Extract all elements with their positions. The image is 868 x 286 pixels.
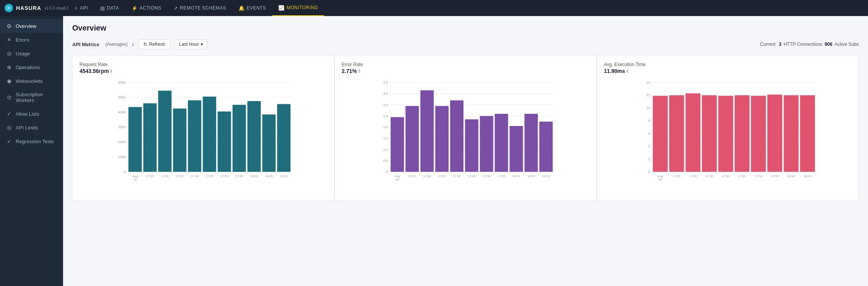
chart-info-icon-exec-time[interactable]: ℹ <box>626 69 628 74</box>
topnav-item-monitoring[interactable]: 📈 MONITORING <box>272 0 324 16</box>
svg-text:18:10: 18:10 <box>542 175 550 178</box>
svg-text:17:25: 17:25 <box>408 175 416 178</box>
svg-text:17:50: 17:50 <box>754 175 763 178</box>
sidebar-item-websockets[interactable]: ◉ Websockets <box>0 74 63 88</box>
sidebar-item-errors[interactable]: ✕ Errors <box>0 33 63 47</box>
sidebar-item-operations[interactable]: ⊕ Operations <box>0 60 63 74</box>
svg-text:17:30: 17:30 <box>689 175 697 178</box>
chevron-down-icon: ▾ <box>201 42 203 47</box>
app-version: v2.0.7-cloud.2 <box>44 6 68 10</box>
svg-text:18:10: 18:10 <box>280 175 288 178</box>
sidebar-item-subscription-workers[interactable]: ⊙ Subscription Workers <box>0 88 63 107</box>
time-range-dropdown[interactable]: Last Hour ▾ <box>175 39 207 49</box>
svg-rect-101 <box>800 95 815 172</box>
svg-rect-92 <box>653 96 668 172</box>
remote-schemas-icon: ↗ <box>174 5 178 11</box>
svg-rect-95 <box>702 95 717 172</box>
sidebar-item-allow-lists[interactable]: ✓ Allow Lists <box>0 107 63 121</box>
svg-rect-93 <box>669 95 684 172</box>
svg-text:18:00: 18:00 <box>787 175 795 178</box>
svg-text:18:00: 18:00 <box>513 175 521 178</box>
svg-text:2.5: 2.5 <box>383 114 388 118</box>
svg-text:0.5: 0.5 <box>383 159 388 163</box>
topnav-item-data[interactable]: ▤ DATA <box>94 0 125 16</box>
events-icon: 🔔 <box>238 5 245 11</box>
svg-text:0: 0 <box>386 170 388 174</box>
svg-text:18:00: 18:00 <box>250 175 258 178</box>
svg-text:Aug25: Aug25 <box>657 175 663 181</box>
svg-text:3.0: 3.0 <box>383 103 388 107</box>
svg-rect-99 <box>767 95 782 172</box>
svg-text:0: 0 <box>648 170 650 174</box>
refresh-button[interactable]: ↻ Refresh <box>138 39 170 49</box>
svg-text:Aug25: Aug25 <box>132 175 138 181</box>
metrics-label: API Metrics <box>72 42 99 47</box>
active-subs-count: 906 <box>825 42 832 47</box>
svg-rect-56 <box>420 90 434 172</box>
errors-icon: ✕ <box>6 37 12 43</box>
topnav-item-events[interactable]: 🔔 EVENTS <box>232 0 273 16</box>
sidebar-item-usage[interactable]: ◎ Usage <box>0 47 63 60</box>
chart-info-icon-error-rate[interactable]: ℹ <box>359 69 360 74</box>
svg-text:0: 0 <box>124 170 126 174</box>
chart-panel-error-rate: Error Rate2.71% ℹ4.03.53.02.52.01.51.00.… <box>334 55 597 200</box>
svg-rect-23 <box>262 115 276 172</box>
current-label: Current: <box>760 42 776 47</box>
regression-tests-icon: ✓ <box>6 138 12 144</box>
svg-text:2000: 2000 <box>118 140 126 144</box>
topnav-item-actions[interactable]: ⚡ ACTIONS <box>125 0 167 16</box>
chart-value-request-rate: 4543.56rpm ℹ <box>79 68 327 74</box>
svg-text:14: 14 <box>646 81 650 84</box>
topnav-item-api[interactable]: ⟡ API <box>68 0 94 16</box>
sidebar-item-regression-tests[interactable]: ✓ Regression Tests <box>0 134 63 148</box>
page-title: Overview <box>72 24 859 32</box>
svg-text:17:35: 17:35 <box>176 175 184 178</box>
chart-value-error-rate: 2.71% ℹ <box>342 68 589 74</box>
svg-rect-17 <box>173 108 187 172</box>
svg-rect-94 <box>686 93 701 172</box>
http-label: HTTP Connections <box>784 42 822 47</box>
svg-text:4: 4 <box>648 144 650 148</box>
svg-text:18:05: 18:05 <box>804 175 812 178</box>
svg-rect-22 <box>247 101 261 172</box>
svg-text:17:40: 17:40 <box>722 175 730 178</box>
refresh-icon: ↻ <box>143 42 147 47</box>
svg-text:17:50: 17:50 <box>221 175 229 178</box>
svg-rect-15 <box>143 103 157 172</box>
svg-text:4.0: 4.0 <box>383 81 388 84</box>
svg-rect-55 <box>406 106 419 172</box>
svg-rect-63 <box>524 114 538 172</box>
svg-text:17:55: 17:55 <box>235 175 243 178</box>
sidebar-item-overview[interactable]: ⊙ Overview <box>0 19 63 33</box>
topnav-item-remote-schemas[interactable]: ↗ REMOTE SCHEMAS <box>167 0 232 16</box>
http-connections-count: 3 <box>779 42 782 47</box>
svg-text:1000: 1000 <box>118 155 126 159</box>
svg-text:8: 8 <box>648 119 650 123</box>
svg-rect-60 <box>480 116 493 172</box>
chart-svg-error-rate: 4.03.53.02.52.01.51.00.50Aug2517:2517:30… <box>342 79 589 186</box>
sidebar-item-api-limits[interactable]: ◎ API Limits <box>0 121 63 134</box>
topnav-items: ⟡ API ▤ DATA ⚡ ACTIONS ↗ REMOTE SCHEMAS … <box>68 0 868 16</box>
chart-info-icon-request-rate[interactable]: ℹ <box>110 69 112 74</box>
svg-rect-54 <box>391 117 404 172</box>
svg-rect-98 <box>751 96 766 172</box>
svg-rect-59 <box>465 120 479 172</box>
svg-text:17:25: 17:25 <box>146 175 154 178</box>
metrics-info-icon[interactable]: ℹ <box>132 42 134 47</box>
svg-text:1.0: 1.0 <box>383 148 388 152</box>
chart-svg-exec-time: 14121086420Aug2517:2517:3017:3517:4017:4… <box>604 79 852 186</box>
svg-text:17:30: 17:30 <box>161 175 169 178</box>
svg-text:18:05: 18:05 <box>527 175 535 178</box>
svg-rect-19 <box>203 97 216 172</box>
chart-title-exec-time: Avg. Execution Time <box>604 62 852 67</box>
toolbar: API Metrics (Averages) ℹ ↻ Refresh Last … <box>72 39 859 49</box>
usage-icon: ◎ <box>6 50 12 57</box>
svg-rect-16 <box>158 90 172 172</box>
svg-text:6: 6 <box>648 132 650 136</box>
svg-rect-100 <box>784 95 798 172</box>
topnav: H HASURA v2.0.7-cloud.2 ⟡ API ▤ DATA ⚡ A… <box>0 0 868 16</box>
svg-rect-97 <box>735 95 750 172</box>
svg-text:17:45: 17:45 <box>738 175 746 178</box>
chart-title-error-rate: Error Rate <box>342 62 589 67</box>
svg-text:6000: 6000 <box>118 81 126 84</box>
